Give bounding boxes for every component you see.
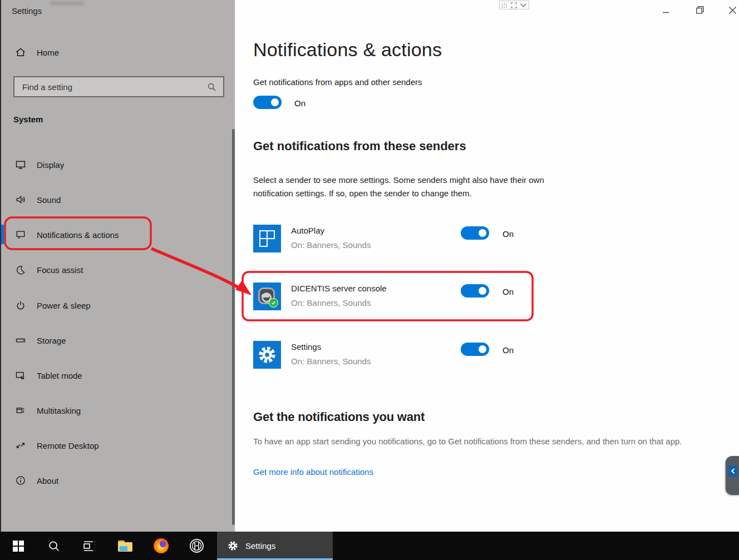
firefox-button[interactable] (148, 532, 174, 560)
windows-logo-icon (13, 541, 24, 552)
task-view-icon (83, 539, 96, 553)
sidebar-item-display[interactable]: Display (9, 153, 226, 176)
sidebar-item-label: Notifications & actions (37, 230, 119, 240)
sidebar-item-label: Multitasking (37, 406, 81, 415)
sender-detail: On: Banners, Sounds (291, 356, 371, 366)
autoplay-app-icon (253, 225, 281, 252)
senders-section-heading: Get notifications from these senders (253, 139, 466, 153)
toggle-knob (479, 229, 486, 237)
dicentis-toggle[interactable] (461, 284, 489, 298)
firefox-icon (154, 538, 169, 553)
settings-taskbar-button-active[interactable]: Settings (217, 532, 333, 560)
minimize-button[interactable] (657, 3, 674, 17)
sidebar-item-storage[interactable]: Storage (9, 329, 226, 351)
desktop-screen: Settings Home System Display Sound Notif… (0, 0, 739, 560)
screenshare-mini-toolbar[interactable] (499, 1, 529, 9)
file-explorer-button[interactable] (112, 532, 138, 560)
sidebar-item-power-sleep[interactable]: Power & sleep (9, 294, 226, 316)
master-toggle-state: On (294, 98, 306, 108)
sidebar-item-label: Sound (37, 195, 61, 205)
storage-icon (15, 335, 26, 346)
chevron-left-icon (731, 468, 735, 474)
sender-toggle-state: On (502, 229, 514, 239)
sidebar-item-about[interactable]: About (9, 469, 226, 492)
notifications-master-toggle[interactable] (253, 96, 282, 109)
sidebar-item-remote-desktop[interactable]: Remote Desktop (9, 434, 226, 457)
focus-assist-icon (15, 264, 26, 275)
sidebar-item-focus-assist[interactable]: Focus assist (9, 259, 226, 281)
autoplay-toggle[interactable] (461, 226, 489, 240)
sender-name: AutoPlay (291, 226, 324, 235)
home-icon (15, 47, 26, 58)
close-icon (728, 6, 737, 14)
sidebar-item-tablet-mode[interactable]: Tablet mode (9, 364, 226, 386)
sidebar-item-label: Home (37, 48, 59, 57)
dicentis-app-icon (253, 283, 281, 310)
sidebar-item-label: Remote Desktop (37, 441, 99, 450)
close-button[interactable] (724, 3, 739, 17)
start-button[interactable] (6, 532, 31, 560)
taskbar-search-button[interactable] (41, 532, 67, 560)
senders-section-description: Select a sender to see more settings. So… (253, 174, 575, 200)
teamviewer-dock-panel[interactable] (726, 456, 739, 495)
sender-toggle-state: On (502, 345, 514, 355)
window-title: Settings (12, 6, 42, 16)
dock-collapse-chip[interactable] (728, 465, 737, 477)
search-icon (48, 540, 60, 552)
gear-icon (258, 345, 277, 364)
selected-item-accent-bar (1, 225, 4, 244)
want-section-description: To have an app start sending you notific… (253, 434, 739, 448)
redacted-smudge (50, 1, 85, 6)
page-title: Notifications & actions (253, 39, 442, 61)
sidebar-item-notifications[interactable]: Notifications & actions (9, 224, 226, 246)
notifications-settings-panel: Notifications & actions Get notification… (235, 0, 739, 532)
task-view-button[interactable] (77, 532, 102, 560)
settings-sidebar: Settings Home System Display Sound Notif… (0, 0, 235, 532)
sidebar-section-system: System (13, 115, 43, 124)
sidebar-item-label: Power & sleep (37, 301, 91, 310)
folder-icon (118, 541, 132, 552)
sender-name: Settings (291, 342, 321, 351)
windows-taskbar: Settings (0, 532, 739, 560)
sidebar-item-home[interactable]: Home (9, 41, 226, 63)
sender-row-settings[interactable]: Settings On: Banners, Sounds On (253, 341, 565, 371)
sender-row-autoplay[interactable]: AutoPlay On: Banners, Sounds On (253, 225, 565, 255)
chevron-down-icon[interactable] (520, 3, 527, 8)
about-icon (15, 475, 26, 486)
master-toggle-label: Get notifications from apps and other se… (253, 77, 422, 87)
remote-desktop-icon (15, 440, 26, 451)
expand-icon[interactable] (511, 2, 517, 8)
sidebar-item-label: Storage (37, 336, 66, 345)
search-input[interactable] (14, 82, 207, 92)
sidebar-item-label: Tablet mode (37, 371, 82, 380)
sender-detail: On: Banners, Sounds (291, 298, 371, 308)
gear-icon (228, 541, 238, 551)
toggle-knob (479, 345, 486, 353)
multitasking-icon (15, 405, 26, 416)
grid-dots-icon[interactable] (501, 2, 508, 8)
settings-task-label: Settings (245, 541, 275, 551)
restore-button[interactable] (692, 3, 708, 17)
sender-toggle-state: On (502, 287, 514, 296)
search-icon[interactable] (207, 82, 216, 92)
tablet-mode-icon (15, 370, 26, 381)
sender-row-dicentis[interactable]: DICENTIS server console On: Banners, Sou… (253, 283, 565, 313)
more-info-link[interactable]: Get more info about notifications (253, 467, 373, 477)
display-icon (15, 159, 26, 170)
power-icon (15, 300, 26, 311)
green-check-badge (269, 298, 278, 308)
sidebar-item-sound[interactable]: Sound (9, 189, 226, 211)
sidebar-item-label: Focus assist (37, 265, 83, 275)
sidebar-item-label: About (37, 476, 58, 485)
toggle-knob (479, 287, 486, 295)
bosch-logo-icon (189, 538, 204, 553)
notifications-icon (15, 229, 26, 240)
restore-icon (696, 6, 704, 14)
settings-app-icon (253, 341, 281, 369)
sidebar-item-multitasking[interactable]: Multitasking (9, 399, 226, 422)
sender-name: DICENTIS server console (291, 284, 387, 293)
find-a-setting-searchbox[interactable] (13, 76, 224, 97)
toggle-knob (271, 98, 279, 106)
settings-sender-toggle[interactable] (461, 343, 489, 356)
bosch-app-button[interactable] (184, 532, 209, 560)
